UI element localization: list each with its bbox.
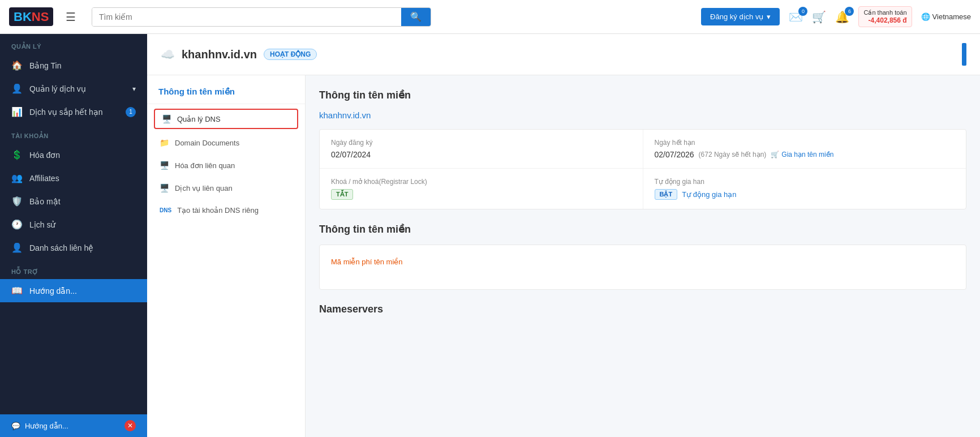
header-right: Đăng ký dịch vụ ▾ ✉️ 0 🛒 🔔 6 Cần thanh t… (701, 6, 971, 27)
domain-title: khanhnv.id.vn (182, 48, 257, 61)
sidebar-item-bang-tin[interactable]: 🏠 Bảng Tin (0, 54, 147, 77)
left-nav-title: Thông tin tên miền (147, 87, 305, 104)
sidebar-item-affiliates[interactable]: 👥 Affiliates (0, 166, 147, 190)
domain-info-title: Thông tin tên miền (319, 89, 966, 101)
folder-icon: 📁 (160, 138, 169, 147)
nav-item-quan-ly-dns[interactable]: 🖥️ Quản lý DNS (154, 109, 298, 129)
lock-row: Khoá / mở khoá(Registrar Lock) TẮT Tự độ… (320, 169, 966, 209)
nav-item-hoa-don-lien-quan[interactable]: 🖥️ Hóa đơn liên quan (147, 154, 305, 177)
expiring-badge: 1 (126, 107, 136, 117)
sidebar-item-bao-mat[interactable]: 🛡️ Bảo mật (0, 190, 147, 213)
payment-label: Cần thanh toán (863, 9, 906, 16)
domain-info-title2: Thông tin tên miền (319, 223, 966, 235)
shield-icon: 🛡️ (11, 196, 23, 207)
sidebar-item-label: Affiliates (29, 174, 59, 183)
menu-toggle-icon[interactable]: ☰ (66, 10, 76, 24)
section-manage-label: QUẢN LÝ (0, 34, 147, 54)
content-area: ☁️ khanhnv.id.vn HOẠT ĐỘNG Thông tin tên… (147, 34, 980, 437)
section-support-label: HỖ TRỢ (0, 259, 147, 279)
nav-item-label: Hóa đơn liên quan (175, 161, 235, 170)
domain-link[interactable]: khanhnv.id.vn (319, 110, 966, 120)
promo-label: Mã miễn phí tên miền (331, 258, 403, 266)
exp-date-label: Ngày hết hạn (655, 139, 955, 147)
sidebar-item-dich-vu-sap-het-han[interactable]: 📊 Dịch vụ sắp hết hạn 1 (0, 100, 147, 123)
logo[interactable]: BKNS (9, 10, 54, 24)
promo-card: Mã miễn phí tên miền (319, 245, 966, 290)
language-selector[interactable]: 🌐 Vietnamese (921, 12, 971, 21)
reg-date-cell: Ngày đăng ký 02/07/2024 (320, 130, 643, 168)
register-service-button[interactable]: Đăng ký dịch vụ ▾ (701, 8, 780, 25)
lock-status-tag: TẮT (331, 189, 353, 200)
sidebar-item-label: Hướng dẫn... (29, 286, 77, 295)
nav-item-label: Tạo tài khoản DNS riêng (177, 206, 259, 215)
reg-date-label: Ngày đăng ký (331, 139, 631, 147)
guide-icon: 📖 (11, 285, 23, 296)
sidebar-item-label: Dịch vụ sắp hết hạn (29, 108, 103, 117)
notifications-badge: 6 (845, 7, 854, 16)
search-input[interactable] (92, 8, 401, 26)
nav-item-label: Dịch vụ liên quan (175, 184, 233, 192)
section-account-label: TÀI KHOẢN (0, 123, 147, 143)
dns-icon: 🖥️ (162, 114, 171, 123)
sidebar: QUẢN LÝ 🏠 Bảng Tin 👤 Quản lý dịch vụ ▾ 📊… (0, 34, 147, 437)
lock-value: TẮT (331, 189, 631, 200)
nav-item-label: Quản lý DNS (177, 115, 221, 123)
domain-dates-card: Ngày đăng ký 02/07/2024 Ngày hết hạn 02/… (319, 129, 966, 209)
content-body: Thông tin tên miền 🖥️ Quản lý DNS 📁 Doma… (147, 75, 980, 437)
sidebar-item-danh-sach-lien-he[interactable]: 👤 Danh sách liên hệ (0, 236, 147, 259)
dollar-icon: 💲 (11, 149, 23, 160)
invoice-icon: 🖥️ (160, 161, 169, 170)
sidebar-item-label: Bảng Tin (29, 61, 61, 70)
chat-widget[interactable]: 💬 Hướng dẫn... ✕ (0, 414, 147, 437)
chevron-down-icon: ▾ (132, 85, 136, 93)
reg-date-value: 02/07/2024 (331, 150, 631, 159)
page-header: ☁️ khanhnv.id.vn HOẠT ĐỘNG (147, 34, 980, 75)
sidebar-item-lich-su[interactable]: 🕐 Lịch sử (0, 213, 147, 236)
nav-item-dich-vu-lien-quan[interactable]: 🖥️ Dịch vụ liên quan (147, 177, 305, 199)
auto-renew-value: BẬT Tự động gia hạn (655, 189, 955, 200)
cart-icon[interactable]: 🛒 (812, 10, 826, 24)
search-button[interactable]: 🔍 (401, 8, 431, 26)
search-bar: 🔍 (92, 7, 431, 27)
nameservers-title: Nameservers (319, 303, 966, 315)
header: BKNS ☰ 🔍 Đăng ký dịch vụ ▾ ✉️ 0 🛒 🔔 6 Cầ… (0, 0, 980, 34)
sidebar-item-quan-ly-dich-vu[interactable]: 👤 Quản lý dịch vụ ▾ (0, 77, 147, 100)
right-accent-bar (962, 43, 966, 66)
left-nav: Thông tin tên miền 🖥️ Quản lý DNS 📁 Doma… (147, 75, 306, 437)
lock-label: Khoá / mở khoá(Registrar Lock) (331, 178, 631, 186)
exp-date-cell: Ngày hết hạn 02/07/2026 (672 Ngày sẽ hết… (643, 130, 966, 168)
dns-create-icon: DNS (160, 207, 171, 213)
messages-badge: 0 (798, 7, 807, 16)
expire-note: (672 Ngày sẽ hết hạn) (699, 151, 767, 158)
sidebar-item-label: Bảo mật (29, 197, 61, 206)
sidebar-item-label: Quản lý dịch vụ (29, 84, 86, 93)
main-layout: QUẢN LÝ 🏠 Bảng Tin 👤 Quản lý dịch vụ ▾ 📊… (0, 34, 980, 437)
renew-link[interactable]: 🛒 Gia hạn tên miền (771, 151, 833, 158)
nav-item-domain-documents[interactable]: 📁 Domain Documents (147, 131, 305, 154)
sidebar-item-hoa-don[interactable]: 💲 Hóa đơn (0, 143, 147, 166)
cloud-icon: ☁️ (161, 48, 175, 61)
contact-icon: 👤 (11, 242, 23, 253)
chart-icon: 📊 (11, 106, 23, 117)
user-icon: 👤 (11, 83, 23, 94)
dates-row: Ngày đăng ký 02/07/2024 Ngày hết hạn 02/… (320, 130, 966, 169)
auto-renew-label: Tự động gia han (655, 178, 955, 186)
sidebar-item-huong-dan[interactable]: 📖 Hướng dẫn... (0, 279, 147, 302)
service-icon: 🖥️ (160, 183, 169, 192)
affiliates-icon: 👥 (11, 173, 23, 183)
main-content: Thông tin tên miền khanhnv.id.vn Ngày đă… (306, 75, 980, 437)
status-badge: HOẠT ĐỘNG (264, 49, 317, 60)
exp-date-value: 02/07/2026 (672 Ngày sẽ hết hạn) 🛒 Gia h… (655, 150, 955, 159)
payment-amount: -4,402,856 đ (869, 16, 907, 24)
notifications-icon[interactable]: 🔔 6 (835, 10, 849, 24)
auto-renew-link[interactable]: Tự động gia hạn (682, 190, 736, 199)
auto-renew-status-tag: BẬT (655, 189, 678, 200)
sidebar-item-label: Danh sách liên hệ (29, 243, 93, 252)
lock-cell: Khoá / mở khoá(Registrar Lock) TẮT (320, 169, 643, 209)
messages-icon[interactable]: ✉️ 0 (789, 10, 803, 24)
nav-item-tao-tai-khoan-dns[interactable]: DNS Tạo tài khoản DNS riêng (147, 199, 305, 221)
nav-item-label: Domain Documents (175, 139, 239, 147)
chat-close-button[interactable]: ✕ (124, 420, 136, 431)
payment-info[interactable]: Cần thanh toán -4,402,856 đ (858, 6, 912, 27)
chat-icon: 💬 (11, 422, 20, 430)
